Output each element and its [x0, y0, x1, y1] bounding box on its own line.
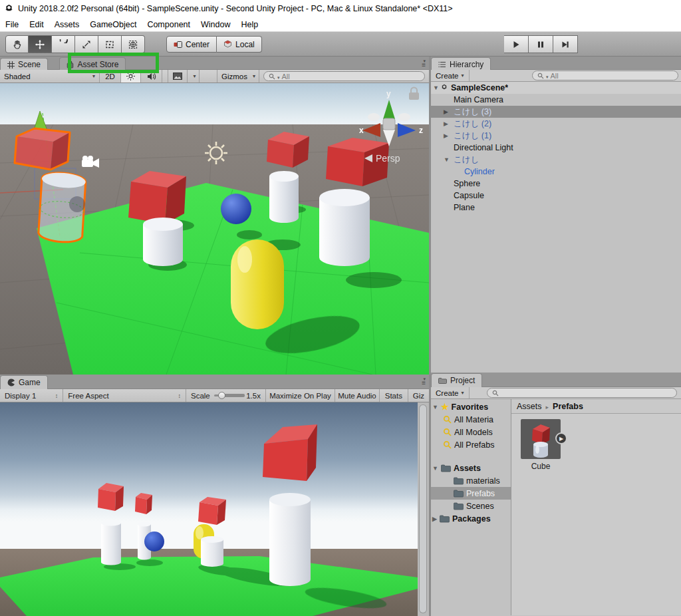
tree-item-packages[interactable]: Packages	[431, 512, 511, 525]
foldout-icon[interactable]	[433, 84, 439, 91]
hierarchy-item-scene[interactable]: SampleScene*	[431, 82, 681, 94]
project-search-field[interactable]	[487, 388, 677, 398]
foldout-icon[interactable]	[431, 516, 437, 522]
aspect-dropdown[interactable]: Free Aspect	[63, 389, 186, 402]
hierarchy-item-kokeshi-2[interactable]: こけし (2)	[431, 118, 681, 130]
red-cube-mid[interactable]	[128, 171, 186, 224]
scale-tool-button[interactable]	[75, 35, 98, 53]
foldout-icon[interactable]	[444, 156, 450, 163]
scene-viewport[interactable]: y x z Persp	[0, 83, 429, 375]
tree-item-materials[interactable]: materials	[431, 474, 511, 487]
game-blue-sphere	[144, 532, 164, 551]
game-viewport[interactable]	[0, 402, 429, 616]
foldout-icon[interactable]	[431, 465, 438, 472]
rotation-local-button[interactable]: Local	[217, 36, 262, 53]
tab-asset-store-label: Asset Store	[77, 60, 118, 69]
menu-component[interactable]: Component	[142, 17, 196, 31]
tree-item-favorites[interactable]: Favorites	[431, 400, 511, 413]
tree-item-all-models[interactable]: All Models	[431, 426, 511, 438]
white-cylinder-big[interactable]	[319, 189, 370, 266]
pivot-center-button[interactable]: Center	[166, 36, 217, 53]
hierarchy-item-capsule[interactable]: Capsule	[431, 190, 681, 202]
foldout-icon[interactable]	[444, 120, 448, 127]
tree-item-assets[interactable]: Assets	[431, 462, 511, 474]
scene-search-placeholder: All	[282, 73, 290, 80]
prefab-expand-arrow[interactable]	[555, 432, 567, 444]
tab-game[interactable]: Game	[0, 375, 48, 389]
toggle-2d-button[interactable]: 2D	[100, 70, 121, 82]
menu-assets[interactable]: Assets	[49, 17, 85, 31]
persp-label[interactable]: Persp	[376, 153, 400, 164]
effects-dropdown-caret[interactable]	[188, 70, 200, 82]
gizmos-dropdown[interactable]: Gizmos	[217, 70, 259, 82]
menu-gameobject[interactable]: GameObject	[84, 17, 142, 31]
hand-tool-button[interactable]	[5, 35, 29, 53]
stats-button[interactable]: Stats	[380, 389, 408, 402]
project-create-button[interactable]: Create	[431, 387, 470, 398]
scene-audio-button[interactable]	[141, 70, 162, 82]
hierarchy-item-main-camera[interactable]: Main Camera	[431, 94, 681, 106]
asset-thumbnail-cube[interactable]	[521, 419, 561, 459]
unity-editor-window: Unity 2018.2.0f2 Personal (64bit) - Samp…	[0, 0, 681, 616]
game-vertical-scrollbar[interactable]	[419, 404, 427, 613]
white-cylinder-small[interactable]	[269, 171, 299, 223]
hierarchy-create-button[interactable]: Create	[431, 70, 470, 81]
hierarchy-item-kokeshi-1[interactable]: こけし (1)	[431, 130, 681, 142]
window-title: Unity 2018.2.0f2 Personal (64bit) - Samp…	[18, 4, 453, 13]
tab-hierarchy[interactable]: Hierarchy	[431, 57, 491, 71]
breadcrumb-prefabs[interactable]: Prefabs	[553, 402, 583, 411]
rotate-tool-button[interactable]	[52, 35, 75, 53]
scene-effects-button[interactable]	[168, 70, 188, 82]
hierarchy-item-cylinder[interactable]: Cylinder	[431, 166, 681, 178]
move-tool-button[interactable]	[29, 35, 52, 53]
tab-scene[interactable]: Scene	[0, 58, 48, 71]
step-button[interactable]	[553, 35, 578, 53]
menu-help[interactable]: Help	[235, 17, 263, 31]
scene-panel-menu-icon[interactable]	[422, 59, 426, 67]
pause-button[interactable]	[529, 35, 553, 53]
search-filter-caret[interactable]	[546, 72, 549, 80]
scale-slider[interactable]	[214, 394, 242, 396]
scene-grid-icon	[7, 61, 15, 69]
rect-tool-button[interactable]	[98, 35, 122, 53]
folder-icon	[440, 515, 450, 523]
white-cylinder-left[interactable]	[143, 218, 183, 266]
tab-asset-store[interactable]: Asset Store	[59, 57, 126, 71]
menu-file[interactable]: File	[0, 17, 24, 31]
hierarchy-item-sphere[interactable]: Sphere	[431, 178, 681, 190]
draw-mode-dropdown[interactable]: Shaded	[0, 70, 100, 82]
game-panel-menu-icon[interactable]	[422, 377, 426, 385]
search-filter-caret[interactable]	[277, 73, 280, 80]
mute-audio-button[interactable]: Mute Audio	[335, 389, 380, 402]
game-gizmos-button[interactable]: Giz	[408, 389, 429, 402]
hierarchy-item-directional-light[interactable]: Directional Light	[431, 142, 681, 154]
game-tabstrip: Game	[0, 375, 429, 389]
tree-item-all-prefabs[interactable]: All Prefabs	[431, 438, 511, 451]
transform-tool-button[interactable]	[122, 35, 145, 53]
play-button[interactable]	[504, 35, 529, 53]
scene-lighting-button[interactable]	[121, 70, 141, 82]
menu-edit[interactable]: Edit	[24, 17, 49, 31]
tree-item-all-materials[interactable]: All Materia	[431, 413, 511, 426]
foldout-icon[interactable]	[431, 404, 438, 410]
menu-window[interactable]: Window	[196, 17, 235, 31]
menu-bar: File Edit Assets GameObject Component Wi…	[0, 17, 681, 31]
scale-slider-thumb[interactable]	[218, 392, 225, 399]
yellow-capsule[interactable]	[231, 239, 284, 329]
project-folder-icon	[438, 377, 447, 384]
maximize-on-play-button[interactable]: Maximize On Play	[266, 389, 335, 402]
hierarchy-search-field[interactable]: All	[532, 71, 678, 80]
blue-sphere[interactable]	[221, 194, 251, 224]
search-filter-icon	[443, 440, 452, 449]
breadcrumb-assets[interactable]: Assets	[517, 402, 542, 411]
tree-item-prefabs[interactable]: Prefabs	[431, 487, 511, 500]
tab-project[interactable]: Project	[431, 373, 482, 387]
hierarchy-item-kokeshi[interactable]: こけし	[431, 154, 681, 166]
tree-item-scenes[interactable]: Scenes	[431, 500, 511, 512]
foldout-icon[interactable]	[444, 108, 448, 115]
hierarchy-item-plane[interactable]: Plane	[431, 202, 681, 214]
display-dropdown[interactable]: Display 1	[0, 389, 63, 402]
hierarchy-item-kokeshi-3[interactable]: こけし (3)	[431, 106, 681, 118]
scene-search-field[interactable]: All	[263, 71, 425, 81]
foldout-icon[interactable]	[444, 132, 448, 139]
